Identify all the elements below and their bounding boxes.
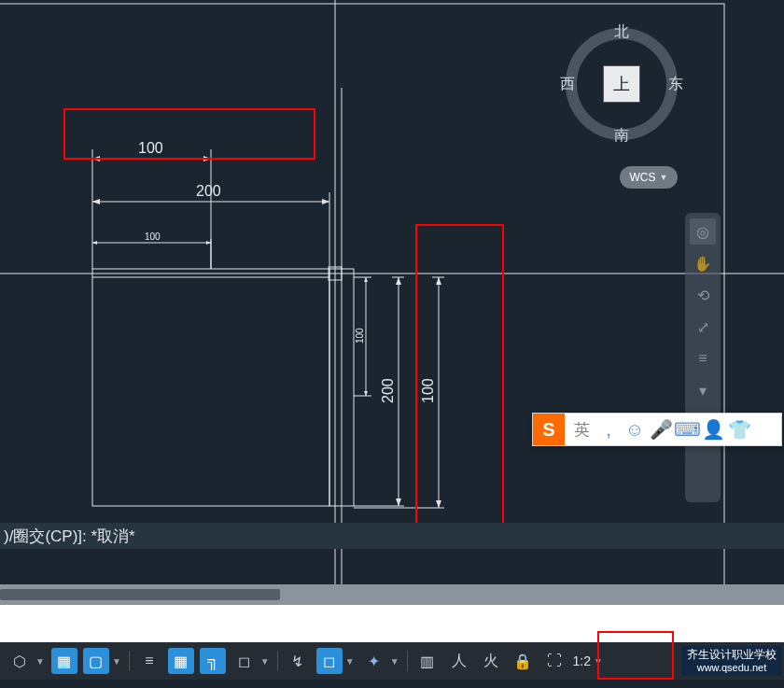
navigation-bar: ◎ ✋ ⟲ ⤢ ≡ ▾ [685,213,721,502]
svg-rect-5 [92,269,329,506]
ime-skin-icon[interactable]: 👕 [726,416,752,442]
watermark: 齐生设计职业学校 www.qsedu.net [681,646,782,676]
annotation-scale-value[interactable]: 1:2 [570,653,594,668]
dropdown-icon: ▼ [660,173,668,182]
dimension-v200: 200 [354,277,404,506]
ime-emoji-icon[interactable]: ☺ [622,416,648,442]
pan-icon[interactable]: ✋ [690,250,716,276]
ime-lang-toggle[interactable]: 英 [574,419,590,441]
svg-text:100: 100 [145,232,161,242]
svg-text:100: 100 [355,328,365,344]
command-text: )/圈交(CP)]: *取消* [4,526,135,547]
highlight-box-2 [415,224,504,532]
horizontal-scrollbar[interactable] [0,584,784,605]
highlight-box-3 [597,631,674,680]
orbit-icon[interactable]: ⟲ [690,282,716,308]
annotation-scale-icon[interactable]: ⛶ [541,648,567,674]
watermark-line1: 齐生设计职业学校 [687,648,777,661]
infer-constraints-toggle[interactable]: ≡ [136,648,162,674]
viewcube[interactable]: 上 北 南 西 东 [566,28,678,140]
scrollbar-thumb[interactable] [0,589,280,600]
zoom-icon[interactable]: ⤢ [690,314,716,340]
ortho-mode-toggle[interactable]: ╗ [200,648,226,674]
isometric-drafting-toggle[interactable]: ↯ [285,648,311,674]
object-snap-toggle[interactable]: ◻ [316,648,343,674]
sogou-logo-icon[interactable]: S [533,414,565,445]
separator [129,651,130,671]
viewcube-north[interactable]: 北 [614,22,629,42]
watermark-line2: www.qsedu.net [687,661,777,674]
dimension-h100-small: 100 [92,232,211,269]
transparency-toggle[interactable]: 人 [446,648,472,674]
highlight-box-1 [63,108,315,160]
3d-osnap-toggle[interactable]: ✦ [361,648,387,674]
wcs-dropdown[interactable]: WCS ▼ [620,166,678,189]
ime-keyboard-icon[interactable]: ⌨ [674,416,700,442]
viewcube-face-top[interactable]: 上 [603,65,640,103]
viewcube-south[interactable]: 南 [614,126,629,146]
snap-mode-toggle[interactable]: ▢ [83,648,109,674]
polar-tracking-toggle[interactable]: ◻ [231,648,258,674]
dynamic-input-toggle[interactable]: ▦ [168,648,194,674]
svg-text:200: 200 [196,183,221,199]
more-tools-icon[interactable]: ≡ [690,345,716,372]
lock-ui-toggle[interactable]: 🔒 [510,648,536,674]
caret-icon[interactable]: ▼ [260,656,270,667]
expand-icon[interactable]: ▾ [690,377,716,403]
wcs-label: WCS [630,171,656,184]
separator [407,651,408,671]
ime-user-icon[interactable]: 👤 [700,416,726,442]
ime-toolbar[interactable]: S 英 , ☺ 🎤 ⌨ 👤 👕 [532,413,782,446]
viewcube-east[interactable]: 东 [668,75,683,94]
selection-cycling-toggle[interactable]: 火 [478,648,504,674]
caret-icon[interactable]: ▼ [112,656,121,667]
ime-punct-icon[interactable]: , [595,416,622,442]
steering-wheel-icon[interactable]: ◎ [690,218,716,245]
separator [277,651,278,671]
caret-icon[interactable]: ▼ [390,656,399,667]
grid-toggle[interactable]: ▦ [51,648,77,674]
dimension-v100-inner: 100 [354,277,371,396]
svg-text:200: 200 [380,378,396,403]
caret-icon[interactable]: ▼ [345,656,355,667]
caret-icon[interactable]: ▼ [35,656,45,667]
model-space-button[interactable]: ⬡ [7,648,33,674]
command-line[interactable]: )/圈交(CP)]: *取消* [0,523,784,549]
viewcube-west[interactable]: 西 [560,75,575,94]
lineweight-toggle[interactable]: ▥ [414,648,441,674]
ime-mic-icon[interactable]: 🎤 [648,416,674,442]
